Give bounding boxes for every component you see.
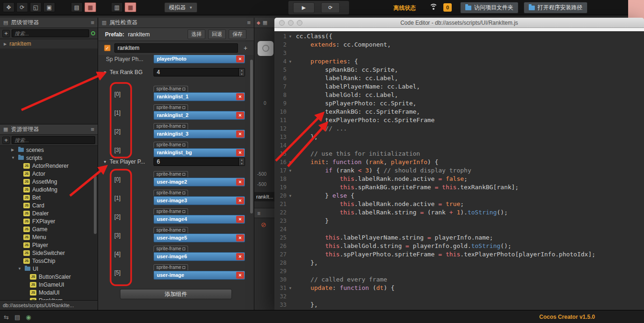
spriteframe-value-field[interactable]: rankinglist_3× (154, 130, 245, 138)
add-component-button[interactable]: 添加组件 (120, 289, 232, 299)
asset-item-Actor[interactable]: JSActor (0, 170, 98, 178)
simulator-dropdown[interactable]: 模拟器 ▼ (164, 2, 197, 13)
add-asset-button[interactable]: + (2, 137, 10, 144)
play-button[interactable]: ▶ (293, 2, 315, 13)
code-line-26[interactable]: this.labelGold.string = playerInfo.gold.… (296, 242, 644, 250)
array-size-field[interactable]: 6▴▾ (154, 158, 245, 166)
layout-toggle-b[interactable]: ▦ (84, 2, 96, 12)
asset-item-Menu[interactable]: JSMenu (0, 233, 98, 241)
asset-item-ActorRenderer[interactable]: JSActorRenderer (0, 162, 98, 170)
code-line-7[interactable]: labelPlayerName: cc.Label, (296, 82, 644, 91)
scene-node-label[interactable]: rankIt... (254, 192, 275, 201)
open-install-path-button[interactable]: 打开程序安装路径 (524, 2, 588, 14)
remove-button[interactable]: × (236, 234, 244, 241)
refresh-button[interactable]: ⟳ (321, 2, 340, 13)
expand-arrow-icon[interactable]: ▼ (11, 156, 16, 160)
node-active-checkbox[interactable]: ✓ (104, 45, 111, 51)
code-lines[interactable]: cc.Class({ extends: cc.Component, proper… (296, 31, 644, 310)
code-line-18[interactable]: this.labelRank.node.active = false; (296, 175, 644, 183)
asset-item-scenes[interactable]: ▶scenes (0, 146, 98, 154)
code-line-23[interactable]: } (296, 217, 644, 225)
hierarchy-search-input[interactable] (12, 29, 89, 37)
spriteframe-value-field[interactable]: user-image5× (154, 234, 245, 242)
asset-item-ButtonScaler[interactable]: JSButtonScaler (0, 273, 98, 281)
asset-item-Dealer[interactable]: JSDealer (0, 209, 98, 217)
code-line-2[interactable]: extends: cc.Component, (296, 41, 644, 49)
code-line-20[interactable]: } else { (296, 192, 644, 200)
prefab-revert-button[interactable]: 回退 (208, 29, 226, 39)
step-up-icon[interactable]: ▴ (241, 69, 242, 72)
panel-menu-icon[interactable]: ≡ (91, 126, 94, 133)
code-line-4[interactable]: properties: { (296, 57, 644, 66)
code-line-14[interactable] (296, 141, 644, 150)
remove-button[interactable]: × (236, 179, 244, 186)
spriteframe-value-field[interactable]: user-image3× (154, 196, 245, 205)
asset-item-Card[interactable]: JSCard (0, 201, 98, 209)
prefab-select-button[interactable]: 选择 (188, 29, 205, 39)
asset-item-TossChip[interactable]: JSTossChip (0, 257, 98, 265)
asset-item-SideSwitcher[interactable]: JSSideSwitcher (0, 249, 98, 257)
remove-button[interactable]: × (236, 112, 244, 119)
search-filter-icon[interactable] (91, 31, 95, 35)
code-line-21[interactable]: this.labelRank.node.active = true; (296, 200, 644, 208)
remove-button[interactable]: × (236, 216, 244, 223)
spriteframe-value-field[interactable]: playerPhoto × (154, 55, 245, 63)
assets-scrollbar[interactable] (94, 176, 97, 234)
spriteframe-value-field[interactable]: user-image4× (154, 215, 245, 224)
assets-search-input[interactable] (12, 136, 95, 144)
expand-arrow-icon[interactable]: ▼ (18, 267, 22, 271)
inspector-scrollbar[interactable] (250, 60, 253, 213)
code-line-28[interactable]: }, (296, 259, 644, 267)
scene-gizmo[interactable] (258, 41, 273, 56)
node-name-input[interactable] (114, 43, 238, 53)
code-line-8[interactable]: labelGold: cc.Label, (296, 91, 644, 99)
sync-icon[interactable]: ⇆ (4, 314, 9, 321)
prefab-save-button[interactable]: 保存 (229, 29, 246, 39)
spriteframe-value-field[interactable]: rankinglist_2× (154, 111, 245, 120)
code-line-22[interactable]: this.labelRank.string = (rank + 1).toStr… (296, 208, 644, 217)
stepper-arrows[interactable]: ▴▾ (238, 158, 245, 165)
code-line-30[interactable]: // called every frame (296, 275, 644, 284)
code-line-32[interactable] (296, 292, 644, 301)
collapse-arrow-icon[interactable]: ▼ (103, 160, 107, 164)
fold-arrow-icon[interactable]: ▾ (287, 284, 294, 292)
layout-toggle-d[interactable]: ▦ (125, 2, 136, 12)
expand-arrow-icon[interactable]: ▶ (4, 42, 7, 46)
inspector-plus-button[interactable]: + (242, 44, 249, 52)
remove-button[interactable]: × (236, 272, 244, 279)
remove-button[interactable]: × (236, 131, 244, 137)
rect-tool[interactable]: ▣ (43, 2, 55, 12)
code-line-5[interactable]: spRankBG: cc.Sprite, (296, 66, 644, 74)
fold-arrow-icon[interactable]: ▾ (287, 158, 294, 166)
asset-item-AssetMng[interactable]: JSAssetMng (0, 178, 98, 186)
code-line-33[interactable]: }, (296, 301, 644, 309)
spriteframe-value-field[interactable]: rankinglist_1× (154, 92, 245, 101)
spriteframe-value-field[interactable]: user-image× (154, 271, 245, 280)
stepper-arrows[interactable]: ▴▾ (238, 69, 245, 76)
code-line-12[interactable]: // ... (296, 124, 644, 133)
code-line-16[interactable]: init: function (rank, playerInfo) { (296, 158, 644, 166)
asset-item-scripts[interactable]: ▼scripts (0, 154, 98, 162)
code-line-6[interactable]: labelRank: cc.Label, (296, 74, 644, 82)
clear-console-icon[interactable]: ⊘ (261, 221, 266, 228)
step-down-icon[interactable]: ▾ (241, 162, 242, 165)
spriteframe-value-field[interactable]: rankinglist_bg× (154, 148, 245, 157)
open-project-folder-button[interactable]: 访问项目文件夹 (460, 2, 518, 14)
code-line-1[interactable]: cc.Class({ (296, 32, 644, 41)
code-line-31[interactable]: update: function (dt) { (296, 284, 644, 292)
asset-item-Player[interactable]: JSPlayer (0, 241, 98, 249)
remove-button[interactable]: × (236, 197, 244, 204)
remove-button[interactable]: × (236, 253, 244, 260)
fold-arrow-icon[interactable]: ▾ (287, 192, 294, 200)
panel-menu-icon[interactable]: ≡ (247, 19, 251, 26)
window-titlebar[interactable]: Code Editor - db://assets/scripts/UI/Ran… (274, 18, 644, 28)
hierarchy-node-rankItem[interactable]: ▶rankItem (0, 39, 98, 48)
step-up-icon[interactable]: ▴ (241, 158, 242, 162)
fold-arrow-icon[interactable]: ▾ (287, 166, 294, 175)
asset-item-Bet[interactable]: JSBet (0, 193, 98, 201)
asset-item-RankItem[interactable]: JSRankItem (0, 296, 98, 300)
fold-arrow-icon[interactable]: ▾ (287, 57, 294, 66)
code-line-13[interactable]: }, (296, 133, 644, 141)
step-down-icon[interactable]: ▾ (241, 72, 242, 76)
code-line-24[interactable] (296, 225, 644, 234)
